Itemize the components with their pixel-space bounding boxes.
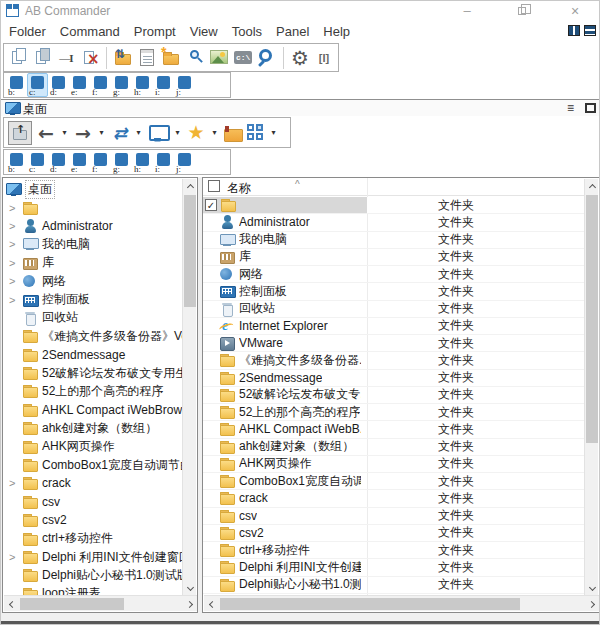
menu-panel[interactable]: Panel <box>269 21 316 42</box>
drive-tab-d[interactable]: d: <box>48 150 69 174</box>
file-row[interactable]: csv文件夹 <box>203 508 584 525</box>
scrollbar-thumb[interactable] <box>184 195 196 307</box>
drive-tab-c[interactable]: c: <box>27 73 48 97</box>
forward-button[interactable]: → <box>73 122 93 144</box>
rename-button[interactable]: —I <box>55 46 77 70</box>
tree-item[interactable]: >Administrator <box>3 217 183 235</box>
quick-find-button[interactable] <box>256 46 278 70</box>
scroll-left-button[interactable] <box>204 597 218 611</box>
drive-tab-h[interactable]: h: <box>132 150 153 174</box>
up-folder-button[interactable]: ↑ <box>8 121 32 145</box>
file-row[interactable]: Administrator文件夹 <box>203 214 584 231</box>
list-vertical-scrollbar[interactable] <box>584 179 598 595</box>
tree-item[interactable]: ahk创建对象（数组） <box>3 419 183 437</box>
search-button[interactable] <box>184 46 206 70</box>
tree-item[interactable]: >我的电脑 <box>3 235 183 253</box>
scroll-right-button[interactable] <box>585 597 599 611</box>
tree-root-desktop[interactable]: 桌面 <box>3 180 183 198</box>
scroll-right-button[interactable] <box>183 597 197 611</box>
file-row[interactable]: 回收站文件夹 <box>203 301 584 318</box>
fit-width-button[interactable]: [I] <box>313 46 335 70</box>
expand-chevron-icon[interactable]: > <box>9 551 22 563</box>
file-row[interactable]: crack文件夹 <box>203 490 584 507</box>
file-row[interactable]: 我的电脑文件夹 <box>203 232 584 249</box>
command-prompt-button[interactable]: c:\ <box>232 46 254 70</box>
expand-chevron-icon[interactable]: > <box>9 202 22 214</box>
expand-chevron-icon[interactable]: > <box>9 257 22 269</box>
move-button[interactable]: ⇅ <box>112 46 134 70</box>
drive-tab-h[interactable]: h: <box>132 73 153 97</box>
tree-item[interactable]: 52上的那个高亮的程序 <box>3 382 183 400</box>
scrollbar-thumb[interactable] <box>586 195 598 443</box>
vertical-panels-icon[interactable] <box>568 25 580 36</box>
file-row[interactable]: ComboBox1宽度自动调...文件夹 <box>203 473 584 490</box>
favorites-dropdown-icon[interactable]: ▾ <box>210 128 219 137</box>
new-folder-button[interactable]: * <box>160 46 182 70</box>
tree-vertical-scrollbar[interactable] <box>182 179 196 595</box>
file-row[interactable]: 2Sendmessage文件夹 <box>203 370 584 387</box>
tree-item[interactable]: 52破解论坛发布破文专用生成 <box>3 364 183 382</box>
view-grid-button[interactable] <box>247 124 265 142</box>
computer-button[interactable] <box>147 123 169 143</box>
file-row[interactable]: 网络文件夹 <box>203 266 584 283</box>
file-row[interactable]: VMware文件夹 <box>203 335 584 352</box>
close-button[interactable]: × <box>561 1 589 21</box>
file-row[interactable]: csv2文件夹 <box>203 525 584 542</box>
forward-dropdown-icon[interactable]: ▾ <box>97 128 106 137</box>
tree-item[interactable]: >Delphi 利用INI文件创建窗口 <box>3 548 183 566</box>
drive-tab-c[interactable]: c: <box>27 150 48 174</box>
tree-horizontal-scrollbar[interactable] <box>4 595 197 611</box>
image-viewer-button[interactable] <box>208 46 230 70</box>
tree-item[interactable]: >控制面板 <box>3 290 183 308</box>
expand-chevron-icon[interactable]: > <box>9 477 22 489</box>
menu-folder[interactable]: Folder <box>2 21 53 42</box>
drive-tab-e[interactable]: e: <box>69 73 90 97</box>
back-button[interactable]: ← <box>36 122 56 144</box>
drive-tab-e[interactable]: e: <box>69 150 90 174</box>
back-dropdown-icon[interactable]: ▾ <box>60 128 69 137</box>
drive-tab-j[interactable]: j: <box>174 150 195 174</box>
name-column-header[interactable]: 名称 <box>227 180 251 197</box>
expand-chevron-icon[interactable]: > <box>9 220 22 232</box>
scrollbar-thumb[interactable] <box>220 598 520 610</box>
drive-tab-g[interactable]: g: <box>111 150 132 174</box>
drive-tab-i[interactable]: i: <box>153 150 174 174</box>
menu-prompt[interactable]: Prompt <box>127 21 183 42</box>
duplicate-button[interactable] <box>31 46 53 70</box>
tree-item[interactable]: ComboBox1宽度自动调节的 <box>3 456 183 474</box>
tree-item[interactable]: AHK网页操作 <box>3 437 183 455</box>
scroll-up-button[interactable] <box>183 179 197 193</box>
file-row[interactable]: ctrl+移动控件文件夹 <box>203 542 584 559</box>
computer-dropdown-icon[interactable]: ▾ <box>173 128 182 137</box>
scrollbar-thumb[interactable] <box>20 598 124 610</box>
tree-item[interactable]: > <box>3 198 183 216</box>
refresh-button[interactable]: ⇄ <box>110 123 130 143</box>
scroll-up-button[interactable] <box>585 179 599 193</box>
file-row[interactable]: Delphi贴心小秘书1.0测...文件夹 <box>203 577 584 594</box>
scroll-down-button[interactable] <box>183 581 197 595</box>
drive-tab-d[interactable]: d: <box>48 73 69 97</box>
delete-button[interactable]: × <box>79 46 101 70</box>
tree-item[interactable]: csv2 <box>3 511 183 529</box>
drive-tab-f[interactable]: f: <box>90 150 111 174</box>
restore-button[interactable] <box>509 1 537 21</box>
drive-tab-f[interactable]: f: <box>90 73 111 97</box>
refresh-dropdown-icon[interactable]: ▾ <box>134 128 143 137</box>
row-checkbox[interactable]: ✓ <box>205 199 217 211</box>
tree-item[interactable]: 2Sendmessage <box>3 346 183 364</box>
view-dropdown-icon[interactable]: ▾ <box>269 128 278 137</box>
tree-item[interactable]: 《难搞文件多级备份器》Ver. <box>3 327 183 345</box>
tree-item[interactable]: >crack <box>3 474 183 492</box>
panel-menu-icon[interactable]: ≡ <box>567 101 574 115</box>
file-row[interactable]: Internet Explorer文件夹 <box>203 318 584 335</box>
file-row[interactable]: 52上的那个高亮的程序文件夹 <box>203 404 584 421</box>
scroll-down-button[interactable] <box>585 581 599 595</box>
edit-notepad-button[interactable] <box>136 46 158 70</box>
favorites-star-button[interactable]: ★ <box>186 121 206 144</box>
scroll-left-button[interactable] <box>4 597 18 611</box>
list-header[interactable]: 名称 ^ <box>203 178 584 196</box>
expand-chevron-icon[interactable]: > <box>9 238 22 250</box>
bookmark-folder-button[interactable] <box>223 123 243 143</box>
file-row[interactable]: 《难搞文件多级备份器...文件夹 <box>203 352 584 369</box>
file-row[interactable]: ahk创建对象（数组）文件夹 <box>203 439 584 456</box>
